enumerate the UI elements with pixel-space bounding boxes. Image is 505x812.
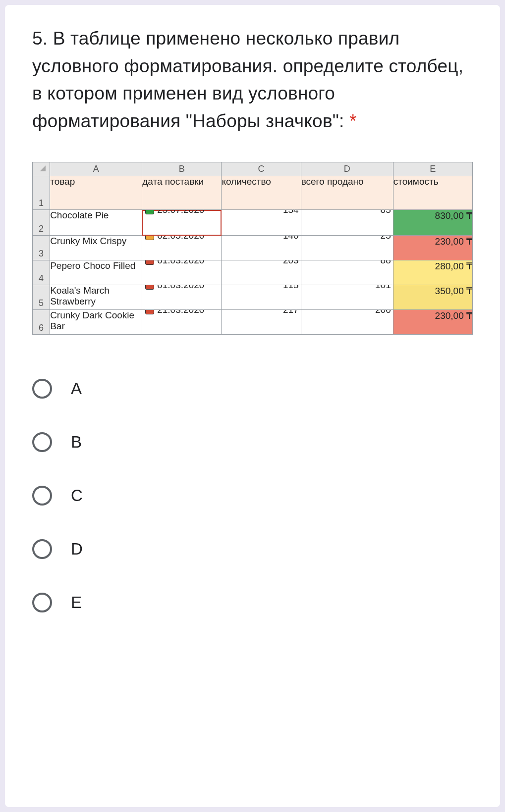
options-group: A B C D E [32,362,473,629]
cell-C: 217 [222,310,301,335]
option-C[interactable]: C [32,469,473,522]
option-B[interactable]: B [32,415,473,469]
iconset-red-icon [145,260,154,265]
cell-D-text: 85 [381,210,391,216]
header-D: всего продано [301,176,393,210]
cell-D: 85 [301,210,393,236]
required-asterisk: * [349,111,357,131]
cell-E: 280,00 ₸ [393,260,472,285]
table-row: 2 Chocolate Pie 25.07.2020 154 [33,210,473,236]
cell-E: 230,00 ₸ [393,236,472,260]
cell-C-text: 115 [283,285,299,291]
option-D[interactable]: D [32,522,473,576]
cell-E: 350,00 ₸ [393,285,472,310]
cell-E: 830,00 ₸ [393,210,472,236]
table-row: 4 Pepero Choco Filled 01.03.2020 203 [33,260,473,285]
cell-D: 25 [301,236,393,260]
option-label: C [71,486,83,505]
cell-D: 88 [301,260,393,285]
sheet-corner: ◢ [33,162,50,176]
option-E[interactable]: E [32,576,473,629]
iconset-green-icon [145,210,154,215]
cell-C-text: 217 [283,310,299,316]
iconset-red-icon [145,285,154,290]
cell-B: 25.07.2020 [142,210,222,236]
col-letter-B: B [142,162,222,176]
cell-B: 21.03.2020 [142,310,222,335]
table-row: 3 Crunky Mix Crispy 02.05.2020 140 [33,236,473,260]
cell-A: Koala's March Strawberry [50,285,142,310]
radio-icon [32,486,52,506]
cell-B-text: 02.05.2020 [157,236,204,242]
col-letter-E: E [393,162,472,176]
option-label: E [71,593,82,612]
row-number: 3 [33,236,50,260]
cell-B-text: 25.07.2020 [157,210,204,216]
iconset-yellow-icon [145,236,154,241]
cell-B-text: 21.03.2020 [157,310,204,316]
header-A: товар [50,176,142,210]
cell-D-text: 88 [381,260,391,266]
row-number: 2 [33,210,50,236]
spreadsheet-image: ◢ A B C D E 1 товар дата поставки количе… [32,162,473,335]
cell-B: 02.05.2020 [142,236,222,260]
row-number: 6 [33,310,50,335]
table-row: 5 Koala's March Strawberry 01.03.2020 11… [33,285,473,310]
row-number: 1 [33,176,50,210]
question-body: 5. В таблице применено несколько правил … [32,28,463,131]
cell-C-text: 203 [283,260,299,266]
cell-B: 01.03.2020 [142,260,222,285]
col-letter-C: C [222,162,301,176]
col-letter-D: D [301,162,393,176]
cell-A: Crunky Mix Crispy [50,236,142,260]
cell-C-text: 154 [283,210,299,216]
option-label: D [71,540,83,558]
cell-D: 101 [301,285,393,310]
cell-C: 140 [222,236,301,260]
header-B: дата поставки [142,176,222,210]
header-E: стоимость [393,176,472,210]
cell-D: 200 [301,310,393,335]
cell-C: 203 [222,260,301,285]
cell-A: Pepero Choco Filled [50,260,142,285]
cell-D-text: 25 [381,236,391,242]
header-C: количество [222,176,301,210]
row-number: 5 [33,285,50,310]
radio-icon [32,539,52,559]
cell-B-text: 01.03.2020 [157,285,204,291]
radio-icon [32,593,52,612]
cell-B: 01.03.2020 [142,285,222,310]
cell-A: Crunky Dark Cookie Bar [50,310,142,335]
row-number: 4 [33,260,50,285]
cell-A: Chocolate Pie [50,210,142,236]
option-label: B [71,433,82,452]
col-letter-A: A [50,162,142,176]
radio-icon [32,432,52,452]
radio-icon [32,379,52,399]
cell-D-text: 101 [375,285,391,291]
cell-B-text: 01.03.2020 [157,260,204,266]
question-card: 5. В таблице применено несколько правил … [5,5,500,807]
cell-E: 230,00 ₸ [393,310,472,335]
iconset-red-icon [145,310,154,315]
table-row: 6 Crunky Dark Cookie Bar 21.03.2020 217 [33,310,473,335]
cell-D-text: 200 [375,310,391,316]
option-A[interactable]: A [32,362,473,415]
cell-C: 154 [222,210,301,236]
cell-C-text: 140 [283,236,299,242]
cell-C: 115 [222,285,301,310]
question-text: 5. В таблице применено несколько правил … [32,25,473,135]
option-label: A [71,379,82,398]
